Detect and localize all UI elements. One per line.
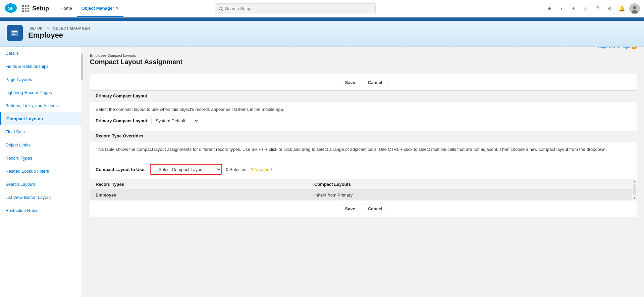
sidebar-item-record-types[interactable]: Record Types	[0, 152, 83, 165]
compact-layout-cell: Inherit from Primary	[309, 190, 637, 201]
changed-count: 0 Changed	[251, 167, 272, 172]
primary-compact-layout-body: Select the compact layout to use when th…	[90, 101, 637, 131]
sidebar-item-field-sets[interactable]: Field Sets	[0, 125, 83, 138]
svg-line-3	[222, 9, 223, 11]
sidebar-item-lightning-record-pages[interactable]: Lightning Record Pages	[0, 86, 83, 99]
primary-layout-description: Select the compact layout to use when th…	[96, 107, 632, 112]
compact-layout-card: Save Cancel Primary Compact Layout Selec…	[90, 74, 637, 217]
sidebar-scrollbar	[81, 47, 83, 297]
record-type-cell: Employee	[90, 190, 309, 201]
nav-tab-home[interactable]: Home	[56, 0, 77, 17]
save-button-top[interactable]: Save	[340, 78, 360, 87]
help-link[interactable]: Help for this Page ?	[598, 47, 637, 49]
table-header-compact-layouts: Compact Layouts	[309, 179, 637, 190]
primary-layout-field-row: Primary Compact Layout: System Default	[96, 116, 632, 125]
search-input[interactable]	[225, 6, 372, 11]
add-icon[interactable]: +	[569, 4, 578, 13]
sidebar-item-page-layouts[interactable]: Page Layouts	[0, 73, 83, 86]
sidebar-item-buttons-links-actions[interactable]: Buttons, Links, and Actions	[0, 99, 83, 112]
top-navigation: SF Setup Home Object Manager ▼ ★ ▼ +	[0, 0, 644, 17]
sidebar-item-details[interactable]: Details	[0, 47, 83, 60]
save-button-bottom[interactable]: Save	[340, 204, 360, 213]
record-type-overrides-body: This table shows the compact layout assi…	[90, 141, 637, 160]
scroll-track	[633, 184, 636, 195]
record-type-table: Record Types Compact Layouts Employee In…	[90, 179, 637, 201]
app-launcher-icon[interactable]	[20, 3, 31, 14]
home-icon[interactable]: ⌂	[581, 4, 590, 13]
cancel-button-top[interactable]: Cancel	[363, 78, 387, 87]
primary-compact-layout-select[interactable]: System Default	[151, 116, 199, 125]
chevron-down-icon: ▼	[115, 6, 119, 10]
content-area: Employee Compact Layouts Compact Layout …	[83, 47, 644, 297]
page-header: Employee Compact Layouts Compact Layout …	[90, 53, 182, 71]
nav-actions: ★ ▼ + ⌂ ? ⚙ 🔔	[545, 3, 640, 14]
svg-point-5	[633, 6, 636, 9]
sidebar-item-list-view-button-layout[interactable]: List View Button Layout	[0, 191, 83, 204]
table-header-record-types: Record Types	[90, 179, 309, 190]
table-scrollbar: ▲ ▼	[632, 179, 637, 201]
card-top-actions: Save Cancel	[90, 74, 637, 91]
compact-layout-controls: Compact Layout to Use: -- Select Compact…	[90, 160, 637, 179]
page-subtitle: Employee Compact Layouts	[90, 53, 182, 57]
object-info: SETUP > OBJECT MANAGER Employee	[28, 26, 92, 40]
sidebar-item-object-limits[interactable]: Object Limits	[0, 138, 83, 152]
primary-layout-label: Primary Compact Layout:	[96, 118, 149, 123]
sidebar: Details Fields & Relationships Page Layo…	[0, 47, 83, 297]
sidebar-item-search-layouts[interactable]: Search Layouts	[0, 178, 83, 191]
brand-bar	[0, 17, 644, 21]
svg-rect-8	[12, 31, 17, 32]
search-bar	[215, 3, 376, 14]
scroll-up-arrow[interactable]: ▲	[633, 179, 637, 184]
search-icon	[218, 6, 223, 11]
nav-tab-object-manager[interactable]: Object Manager ▼	[77, 0, 123, 17]
object-icon	[7, 25, 23, 41]
selected-count: 0 Selected	[226, 167, 247, 172]
nav-tabs: Home Object Manager ▼	[56, 0, 123, 17]
sidebar-item-fields-relationships[interactable]: Fields & Relationships	[0, 60, 83, 73]
user-avatar[interactable]	[629, 3, 640, 14]
sidebar-item-restriction-rules[interactable]: Restriction Rules	[0, 204, 83, 217]
svg-rect-9	[12, 33, 17, 33]
record-type-overrides-header: Record Type Overrides	[90, 131, 637, 141]
svg-text:SF: SF	[8, 6, 14, 11]
card-bottom-actions: Save Cancel	[90, 201, 637, 217]
app-title: Setup	[32, 5, 49, 12]
salesforce-logo[interactable]: SF	[4, 1, 17, 16]
help-icon[interactable]: ?	[593, 4, 602, 13]
compact-layout-to-use-label: Compact Layout to Use:	[96, 167, 146, 172]
favorites-icon[interactable]: ★	[545, 4, 554, 13]
notifications-icon[interactable]: 🔔	[617, 4, 627, 13]
page-header-row: Employee Compact Layouts Compact Layout …	[90, 53, 637, 71]
help-circle-icon: ?	[631, 47, 637, 49]
object-title: Employee	[28, 31, 92, 40]
svg-rect-10	[12, 34, 15, 35]
settings-icon[interactable]: ⚙	[605, 4, 614, 13]
compact-layout-select-wrapper: -- Select Compact Layout --	[150, 164, 222, 175]
cancel-button-bottom[interactable]: Cancel	[363, 204, 387, 213]
compact-layout-select[interactable]: -- Select Compact Layout --	[151, 165, 221, 174]
record-type-overrides-description: This table shows the compact layout assi…	[96, 147, 632, 152]
sidebar-item-compact-layouts[interactable]: Compact Layouts	[0, 112, 83, 125]
favorites-dropdown-icon[interactable]: ▼	[557, 4, 566, 13]
breadcrumb: SETUP > OBJECT MANAGER	[28, 26, 92, 30]
table-container: Record Types Compact Layouts Employee In…	[90, 179, 637, 201]
main-layout: Details Fields & Relationships Page Layo…	[0, 47, 644, 297]
table-row[interactable]: Employee Inherit from Primary	[90, 190, 637, 201]
scroll-down-arrow[interactable]: ▼	[633, 196, 637, 201]
object-header: SETUP > OBJECT MANAGER Employee	[0, 21, 644, 47]
primary-compact-layout-header: Primary Compact Layout	[90, 91, 637, 101]
sidebar-item-related-lookup-filters[interactable]: Related Lookup Filters	[0, 165, 83, 178]
page-main-title: Compact Layout Assignment	[90, 58, 182, 66]
